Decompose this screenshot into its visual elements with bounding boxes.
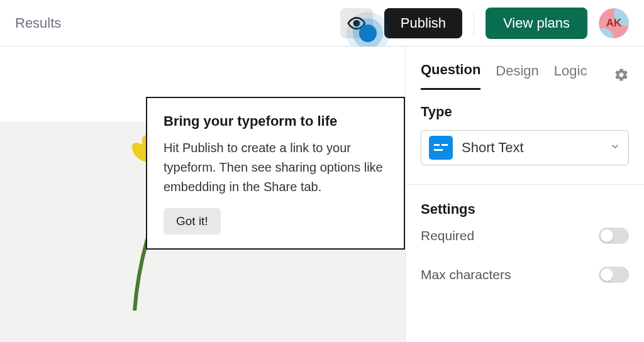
tooltip-title: Bring your typeform to life bbox=[164, 113, 387, 130]
tab-design[interactable]: Design bbox=[496, 63, 538, 89]
setting-maxchars-toggle[interactable] bbox=[599, 267, 629, 283]
view-plans-button[interactable]: View plans bbox=[486, 8, 587, 39]
tooltip-dismiss-button[interactable]: Got it! bbox=[164, 208, 221, 234]
avatar-initials: AK bbox=[599, 8, 629, 38]
setting-required-toggle[interactable] bbox=[599, 228, 629, 244]
short-text-icon bbox=[429, 136, 453, 160]
question-type-select[interactable]: Short Text bbox=[421, 130, 629, 165]
settings-section-label: Settings bbox=[421, 201, 629, 218]
svg-rect-3 bbox=[434, 149, 443, 151]
topbar-divider bbox=[474, 11, 474, 36]
svg-rect-2 bbox=[441, 144, 448, 146]
type-section-label: Type bbox=[421, 104, 629, 120]
pulse-indicator bbox=[359, 25, 377, 42]
svg-rect-1 bbox=[434, 144, 440, 146]
tab-logic[interactable]: Logic bbox=[554, 63, 587, 89]
svg-point-0 bbox=[354, 21, 359, 26]
results-tab[interactable]: Results bbox=[15, 15, 61, 31]
setting-maxchars-label: Max characters bbox=[421, 267, 511, 282]
gear-icon[interactable] bbox=[614, 67, 629, 85]
form-canvas[interactable]: Bring your typeform to life Hit Publish … bbox=[0, 47, 405, 342]
chevron-down-icon bbox=[609, 141, 621, 155]
question-type-value: Short Text bbox=[462, 140, 601, 156]
side-panel: Question Design Logic Type Short Text Se… bbox=[405, 47, 644, 342]
tab-question[interactable]: Question bbox=[421, 62, 480, 90]
publish-button[interactable]: Publish bbox=[384, 8, 462, 38]
avatar[interactable]: AK bbox=[599, 8, 629, 38]
setting-required-label: Required bbox=[421, 228, 474, 243]
panel-divider bbox=[406, 184, 644, 185]
tooltip-body: Hit Publish to create a link to your typ… bbox=[164, 138, 387, 197]
preview-button[interactable] bbox=[340, 8, 373, 38]
onboarding-tooltip: Bring your typeform to life Hit Publish … bbox=[146, 97, 405, 250]
